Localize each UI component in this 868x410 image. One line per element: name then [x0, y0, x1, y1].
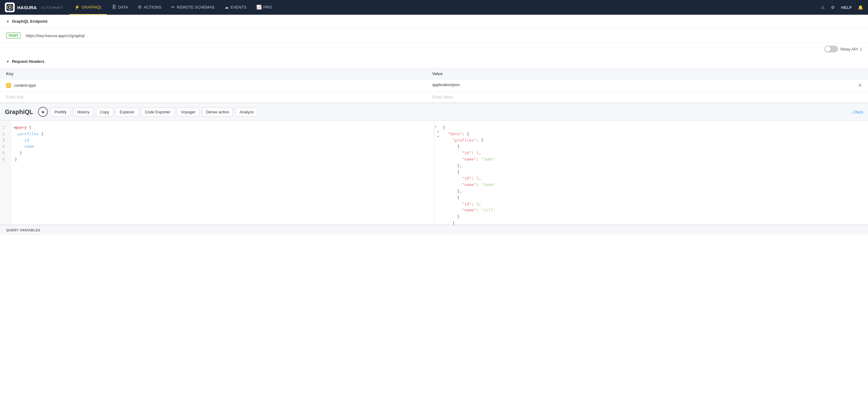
nav-actions-label: ACTIONS	[144, 5, 161, 9]
nav-pro-label: PRO	[264, 5, 272, 9]
result-pane: ▼ ▼ ▼ { "data": { "profiles": [ { "id": …	[434, 121, 868, 225]
collapse-result-data-icon[interactable]: ▼	[434, 129, 440, 134]
docs-label: Docs	[854, 110, 863, 114]
result-line-1: {	[443, 124, 866, 131]
collapse-result-profiles-icon[interactable]: ▼	[434, 134, 440, 139]
derive-action-label: Derive action	[206, 110, 229, 114]
nav-right: ⚠ ⚙ HELP 🔔	[821, 5, 863, 10]
analyze-button[interactable]: Analyze	[236, 108, 257, 116]
run-query-button[interactable]: ▶	[38, 107, 48, 117]
header-value-cell: application/json ✕	[426, 79, 868, 92]
line-num-5: 5	[0, 150, 11, 156]
voyager-button[interactable]: Voyager	[177, 108, 200, 116]
app-name: HASURA	[17, 5, 37, 10]
graphiql-nav-icon: ⚡	[74, 5, 80, 9]
app-version: v1.3.3-cloud.3	[41, 5, 62, 9]
key-cell: ✓ content-type	[6, 83, 213, 88]
query-variables-bar[interactable]: QUERY VARIABLES	[0, 225, 868, 235]
key-column-header: Key	[0, 68, 426, 79]
result-line-6: "name": "John"	[443, 156, 866, 163]
result-line-16: ]	[443, 220, 866, 225]
headers-chevron-icon: ▼	[6, 60, 9, 63]
value-placeholder[interactable]: Enter Value	[432, 95, 453, 99]
relay-api-label: Relay API	[840, 47, 858, 52]
code-exporter-button[interactable]: Code Exporter	[141, 108, 175, 116]
nav-events-label: EVENTS	[230, 5, 247, 9]
collapse-result-root-icon[interactable]: ▼	[434, 124, 440, 129]
result-line-11: },	[443, 188, 866, 195]
alert-icon[interactable]: ⚠	[821, 5, 825, 10]
docs-button[interactable]: ‹ Docs	[851, 110, 863, 114]
prettify-button[interactable]: Prettify	[50, 108, 70, 116]
notification-icon[interactable]: 🔔	[858, 5, 863, 10]
graphiql-toolbar: GraphiQL ▶ Prettify History Copy Explore…	[0, 103, 868, 121]
result-line-13: "id": 3,	[443, 201, 866, 207]
top-nav: HASURA v1.3.3-cloud.3 ⚡ GRAPHIQL 🗄 DATA …	[0, 0, 868, 15]
nav-graphiql[interactable]: ⚡ GRAPHIQL	[69, 0, 107, 15]
headers-table: Key Value ✓ content-type application/jso…	[0, 68, 868, 102]
result-line-9: "id": 2,	[443, 175, 866, 182]
line-num-1: 1	[0, 124, 11, 131]
toggle-knob	[825, 46, 831, 52]
key-placeholder[interactable]: Enter Key	[6, 95, 24, 99]
result-line-10: "name": "Jane"	[443, 182, 866, 188]
code-exporter-label: Code Exporter	[145, 110, 170, 114]
copy-button[interactable]: Copy	[96, 108, 113, 116]
query-editor[interactable]: 1 2 3 4 5 6 query { profiles { id name }	[0, 121, 434, 225]
data-nav-icon: 🗄	[112, 5, 116, 9]
history-button[interactable]: History	[73, 108, 93, 116]
graphiql-section: GraphiQL ▶ Prettify History Copy Explore…	[0, 103, 868, 235]
nav-actions[interactable]: ⚙ ACTIONS	[133, 0, 166, 15]
result-line-15: }	[443, 213, 866, 220]
settings-icon[interactable]: ⚙	[831, 5, 835, 10]
nav-events[interactable]: ☁ EVENTS	[220, 0, 251, 15]
line-numbers: 1 2 3 4 5 6	[0, 121, 11, 225]
collapse-query-icon[interactable]: ▼	[13, 125, 16, 130]
relay-api-row: Relay API ℹ	[0, 43, 868, 55]
graphiql-title: GraphiQL	[5, 109, 33, 116]
nav-items: ⚡ GRAPHIQL 🗄 DATA ⚙ ACTIONS ✏ REMOTE SCH…	[69, 0, 277, 15]
pro-nav-icon: 📈	[256, 5, 261, 9]
value-column-header: Value	[426, 68, 868, 79]
explorer-button[interactable]: Explorer	[116, 108, 138, 116]
result-line-14: "name": "Jill"	[443, 207, 866, 213]
editor-area: 1 2 3 4 5 6 query { profiles { id name }	[0, 121, 868, 225]
relay-api-info-icon[interactable]: ℹ	[860, 47, 862, 52]
nav-pro[interactable]: 📈 PRO	[251, 0, 277, 15]
svg-point-1	[9, 6, 11, 8]
chevron-left-icon: ‹	[851, 110, 853, 114]
headers-section-label: Request Headers	[12, 59, 44, 64]
analyze-label: Analyze	[240, 110, 254, 114]
explorer-label: Explorer	[120, 110, 134, 114]
logo-icon	[5, 2, 15, 12]
line-num-2: 2	[0, 131, 11, 137]
result-code: { "data": { "profiles": [ { "id": 1, "na…	[440, 121, 868, 225]
actions-nav-icon: ⚙	[138, 5, 142, 9]
headers-section: ▼ Request Headers Key Value ✓ content-ty…	[0, 55, 868, 103]
help-button[interactable]: HELP	[841, 5, 852, 10]
nav-data-label: DATA	[118, 5, 128, 9]
headers-section-header[interactable]: ▼ Request Headers	[0, 55, 868, 68]
line-num-3: 3	[0, 137, 11, 144]
result-line-3: "profiles": [	[443, 137, 866, 144]
endpoint-section-header[interactable]: ▼ GraphQL Endpoint	[0, 15, 868, 28]
endpoint-row: POST https://hey.hasura.app/v1/graphql	[0, 28, 868, 43]
result-line-2: "data": {	[443, 131, 866, 137]
table-row-empty: Enter Key Enter Value	[0, 92, 868, 102]
line-num-6: 6	[0, 156, 11, 163]
result-line-7: },	[443, 163, 866, 169]
result-line-5: "id": 1,	[443, 150, 866, 156]
result-collapse-col: ▼ ▼ ▼	[434, 121, 440, 225]
result-line-12: {	[443, 195, 866, 201]
row-checkbox[interactable]: ✓	[6, 83, 11, 88]
relay-api-toggle[interactable]	[825, 46, 838, 52]
collapse-profiles-icon[interactable]: ▼	[13, 133, 20, 137]
copy-label: Copy	[100, 110, 109, 114]
derive-action-button[interactable]: Derive action	[202, 108, 233, 116]
events-nav-icon: ☁	[224, 5, 229, 9]
nav-remote-schemas[interactable]: ✏ REMOTE SCHEMAS	[166, 0, 220, 15]
nav-data[interactable]: 🗄 DATA	[107, 0, 133, 15]
endpoint-url: https://hey.hasura.app/v1/graphql	[26, 33, 862, 38]
delete-row-button[interactable]: ✕	[858, 82, 862, 88]
prettify-label: Prettify	[54, 110, 66, 114]
